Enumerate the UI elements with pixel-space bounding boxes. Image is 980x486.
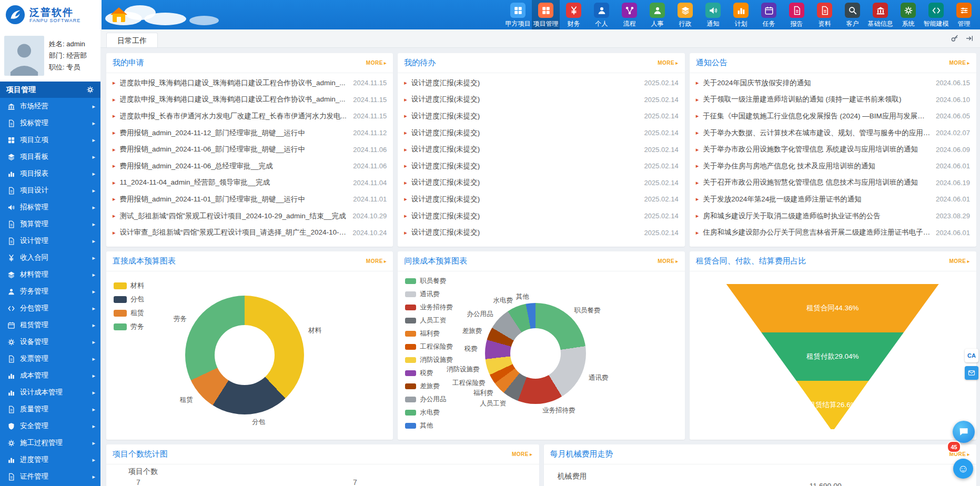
topnav-item[interactable]: 流程 <box>615 0 643 29</box>
notice-item[interactable]: ▸ 于征集《中国建筑施工行业信息化发展报告 (2024) —BIM应用与发展》材… <box>696 108 970 125</box>
todo-item[interactable]: ▸ 设计进度汇报(未提交) 2025.02.14 <box>404 141 678 158</box>
sidebar-item[interactable]: 项目报表 ▸ <box>0 165 100 182</box>
topnav-item[interactable]: 基础信息 <box>866 0 894 29</box>
topnav-item[interactable]: 智能建模 <box>922 0 950 29</box>
legend-item[interactable]: 租赁 <box>114 306 144 320</box>
legend-item[interactable]: 通讯费 <box>405 288 453 301</box>
gear-icon[interactable] <box>86 86 94 94</box>
more-link[interactable]: MORE▸ <box>512 451 533 457</box>
topnav-item[interactable]: 管理 <box>950 0 978 29</box>
legend-item[interactable]: 职员餐费 <box>405 275 453 288</box>
topnav-item[interactable]: 报告 <box>783 0 811 29</box>
notice-item[interactable]: ▸ 关于举办市政公用设施数字化管理信息 系统建设与应用培训班的通知 2024.0… <box>696 141 970 158</box>
legend-item[interactable]: 差旅费 <box>405 380 453 393</box>
topnav-item[interactable]: 行政 <box>671 0 699 29</box>
legend-item[interactable]: 劳务 <box>114 320 144 333</box>
tab-daily-work[interactable]: 日常工作 <box>106 33 158 47</box>
more-link[interactable]: MORE▸ <box>366 258 387 264</box>
topnav-item[interactable]: 人事 <box>643 0 671 29</box>
more-link[interactable]: MORE▸ <box>366 60 387 66</box>
key-icon[interactable] <box>951 34 959 43</box>
application-item[interactable]: ▸ 费用报销_admin_2024-11-01_部门经理审批_胡键__运行中 2… <box>113 191 387 208</box>
sidebar-item[interactable]: 施工过程管理 ▸ <box>0 434 100 451</box>
sidebar-item[interactable]: 分包管理 ▸ <box>0 300 100 317</box>
topnav-item[interactable]: 个人 <box>588 0 615 29</box>
topnav-item[interactable]: 财务 <box>560 0 588 29</box>
collapse-icon[interactable] <box>965 34 974 43</box>
todo-item[interactable]: ▸ 设计进度汇报(未提交) 2025.02.14 <box>404 125 678 141</box>
legend-item[interactable]: 办公用品 <box>405 393 453 406</box>
todo-item[interactable]: ▸ 设计进度汇报(未提交) 2025.02.14 <box>404 158 678 175</box>
sidebar-item[interactable]: 成本管理 ▸ <box>0 367 100 384</box>
legend-item[interactable]: 福利费 <box>405 327 453 340</box>
sidebar-item[interactable]: 项目看板 ▸ <box>0 148 100 165</box>
sidebar-item[interactable]: 质量管理 ▸ <box>0 401 100 418</box>
legend-item[interactable]: 税费 <box>405 367 453 380</box>
notice-item[interactable]: ▸ 关于领取一级注册建造师培训贴的通知 (须持一建证书前来领取) 2024.06… <box>696 92 970 108</box>
legend-item[interactable]: 水电费 <box>405 406 453 419</box>
application-item[interactable]: ▸ 进度款申报_珠海鹤港口建设_珠海鹤港口建设工程合作协议书_admin_...… <box>113 92 387 108</box>
portal-home-icon[interactable] <box>108 4 129 25</box>
legend-item[interactable]: 消防设施费 <box>405 353 453 367</box>
notice-item[interactable]: ▸ 关于发放2024年第24批一级建造师注册证书的通知 2024.06.01 <box>696 191 970 208</box>
application-item[interactable]: ▸ 费用报销_admin_2024-11-06_总经理审批__完成 2024.1… <box>113 158 387 175</box>
application-item[interactable]: ▸ 费用报销_admin_2024-11-12_部门经理审批_胡键__运行中 2… <box>113 125 387 141</box>
sidebar-item[interactable]: 项目立项 ▸ <box>0 131 100 148</box>
topnav-item[interactable]: 客户 <box>838 0 866 29</box>
application-item[interactable]: ▸ 费用报销_admin_2024-11-06_部门经理审批_胡键__运行中 2… <box>113 141 387 158</box>
sidebar-item[interactable]: 设计管理 ▸ <box>0 232 100 249</box>
topnav-item[interactable]: 系统 <box>894 0 922 29</box>
notice-item[interactable]: ▸ 住房和城乡建设部办公厅关于同意吉林省开展二级建造师注册证书电子化试点... … <box>696 224 970 241</box>
sidebar-item[interactable]: 证件管理 ▸ <box>0 468 100 485</box>
notice-item[interactable]: ▸ 关于2024年国庆节放假安排的通知 2024.06.15 <box>696 75 970 92</box>
more-link[interactable]: MORE▸ <box>949 258 970 264</box>
topnav-item[interactable]: 任务 <box>755 0 783 29</box>
sidebar-item[interactable]: 招标管理 ▸ <box>0 199 100 216</box>
legend-item[interactable]: 材料 <box>114 279 144 292</box>
application-item[interactable]: ▸ 进度款申报_珠海鹤港口建设_珠海鹤港口建设工程合作协议书_admin_...… <box>113 75 387 92</box>
notice-item[interactable]: ▸ 房和城乡建设厅关于取消二级建造师临时执业证书的公告 2023.08.29 <box>696 208 970 225</box>
more-link[interactable]: MORE▸ <box>658 258 679 264</box>
application-item[interactable]: ▸ 设计审查_彭祖新城“四馆”景观工程设计项目_请选择_胡广生_2024-10-… <box>113 224 387 241</box>
sidebar-item[interactable]: 进度管理 ▸ <box>0 451 100 468</box>
notice-item[interactable]: ▸ 关于举办住房与房地产信息化 技术及应用培训班的通知 2024.06.01 <box>696 158 970 175</box>
ca-cert-button[interactable]: CA <box>965 349 978 362</box>
sidebar-item[interactable]: 安全管理 ▸ <box>0 418 100 434</box>
sidebar-item[interactable]: 劳务管理 ▸ <box>0 283 100 300</box>
legend-item[interactable]: 其他 <box>405 419 453 432</box>
application-item[interactable]: ▸ 测试_彭祖新城“四馆”景观工程设计项目_2024-10-29_admin_结… <box>113 208 387 225</box>
sidebar-item[interactable]: 发票管理 ▸ <box>0 350 100 367</box>
sidebar-item[interactable]: 投标管理 ▸ <box>0 115 100 131</box>
sidebar-item[interactable]: 设计成本管理 ▸ <box>0 384 100 401</box>
legend-item[interactable]: 人员工资 <box>405 314 453 327</box>
sidebar-item[interactable]: 设备管理 ▸ <box>0 333 100 350</box>
topnav-item[interactable]: 甲方项目 <box>504 0 532 29</box>
todo-item[interactable]: ▸ 设计进度汇报(未提交) 2025.02.14 <box>404 92 678 108</box>
topnav-item[interactable]: 计划 <box>727 0 755 29</box>
sidebar-item[interactable]: 材料管理 ▸ <box>0 266 100 283</box>
todo-item[interactable]: ▸ 设计进度汇报(未提交) 2025.02.14 <box>404 75 678 92</box>
topnav-item[interactable]: 资料 <box>811 0 838 29</box>
topnav-item[interactable]: 项目管理 <box>532 0 560 29</box>
sidebar-item[interactable]: 预算管理 ▸ <box>0 216 100 232</box>
more-link[interactable]: MORE▸ <box>658 60 679 66</box>
todo-item[interactable]: ▸ 设计进度汇报(未提交) 2025.02.14 <box>404 175 678 191</box>
message-button[interactable] <box>965 366 978 380</box>
legend-item[interactable]: 分包 <box>114 292 144 306</box>
topnav-item[interactable]: 通知 <box>699 0 727 29</box>
sidebar-item[interactable]: 项目设计 ▸ <box>0 182 100 199</box>
application-item[interactable]: ▸ 进度款申报_长春市伊通河水力发电厂改建工程_长春市伊通河水力发电... 20… <box>113 108 387 125</box>
customer-service-chat-button[interactable] <box>953 421 975 443</box>
todo-item[interactable]: ▸ 设计进度汇报(未提交) 2025.02.14 <box>404 224 678 241</box>
legend-item[interactable]: 工程保险费 <box>405 340 453 353</box>
todo-item[interactable]: ▸ 设计进度汇报(未提交) 2025.02.14 <box>404 191 678 208</box>
todo-item[interactable]: ▸ 设计进度汇报(未提交) 2025.02.14 <box>404 108 678 125</box>
legend-item[interactable]: 业务招待费 <box>405 301 453 314</box>
todo-item[interactable]: ▸ 设计进度汇报(未提交) 2025.02.14 <box>404 208 678 225</box>
sidebar-item[interactable]: 租赁管理 ▸ <box>0 317 100 333</box>
notice-item[interactable]: ▸ 关于举办大数据、云计算技术在城市建设、规划、管理与服务中的应用培训班... … <box>696 125 970 141</box>
more-link[interactable]: MORE▸ <box>949 60 970 66</box>
sidebar-item[interactable]: 收入合同 ▸ <box>0 249 100 266</box>
assistant-button[interactable]: ☺ <box>953 459 973 479</box>
sidebar-item[interactable]: 市场经营 ▸ <box>0 98 100 115</box>
